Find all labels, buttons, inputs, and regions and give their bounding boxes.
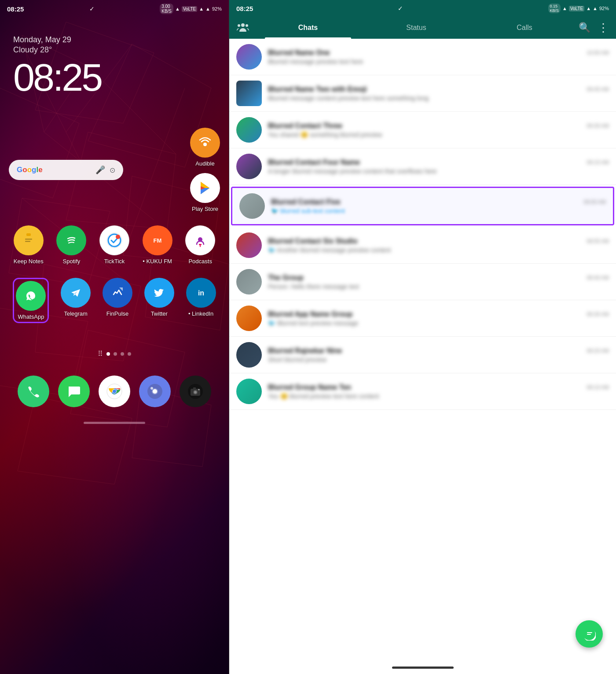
chat-name: Blurred Name One [268, 49, 330, 57]
svg-point-48 [113, 390, 116, 393]
audible-icon [190, 128, 220, 158]
chat-time: 08:30 AM [587, 311, 609, 317]
community-button[interactable] [236, 18, 249, 38]
home-indicator-right [229, 661, 616, 674]
camera-dock-app[interactable] [180, 376, 211, 407]
chrome-dock-app[interactable] [99, 376, 130, 407]
telegram-app[interactable]: Telegram [61, 278, 91, 323]
chat-list: Blurred Name One 10:00 AM Blurred messag… [229, 39, 616, 661]
podcasts-label: Podcasts [188, 258, 212, 265]
chat-item[interactable]: Blurred Contact Four Name 09:15 AM A lon… [229, 148, 616, 185]
chat-avatar [236, 154, 262, 179]
chat-item[interactable]: Blurred App Name Group 08:30 AM 🐦 Blurre… [229, 300, 616, 337]
lens-icon[interactable]: ⊙ [110, 166, 115, 174]
app-grid: Keep Notes Spotify [0, 217, 229, 345]
tick-icon: ✓ [89, 5, 95, 12]
tab-chats[interactable]: Chats [254, 17, 362, 39]
photos-dock-app[interactable] [139, 376, 171, 407]
spotify-app[interactable]: Spotify [56, 225, 86, 265]
clock-display: 08:25 [13, 58, 216, 97]
phone-dock-app[interactable] [18, 376, 49, 407]
twitter-app[interactable]: Twitter [144, 278, 174, 323]
page-dot-2[interactable] [114, 352, 117, 356]
svg-point-56 [194, 391, 197, 394]
keep-notes-icon [14, 225, 44, 255]
whatsapp-app[interactable]: WhatsApp [13, 278, 49, 323]
chat-name: The Group [268, 274, 304, 282]
page-dot-1[interactable] [106, 352, 110, 356]
tab-status[interactable]: Status [362, 17, 470, 39]
whatsapp-tabs: Chats Status Calls [254, 17, 579, 39]
status-bar-right: 08:25 ✓ 0.15KB/S ▲ VoLTE ▲ ▲ 92% [229, 0, 616, 17]
svg-point-58 [198, 389, 200, 390]
chat-item[interactable]: Blurred Rajnekar Nine 08:20 AM Short blu… [229, 337, 616, 373]
svg-rect-24 [24, 235, 33, 246]
chat-item[interactable]: Blurred Contact Six Studio 08:55 AM 🐦 An… [229, 227, 616, 264]
chat-name: Blurred App Name Group [268, 310, 352, 318]
page-dot-4[interactable] [128, 352, 131, 356]
chat-content: Blurred Rajnekar Nine 08:20 AM Short blu… [268, 347, 609, 363]
finpulse-app[interactable]: FinPulse [103, 278, 132, 323]
messages-dock-app[interactable] [58, 376, 90, 407]
battery-indicator: 92% [212, 6, 222, 11]
chat-time: 10:00 AM [587, 50, 609, 56]
svg-rect-25 [26, 233, 31, 236]
playstore-label: Play Store [192, 206, 218, 212]
header-actions: 🔍 ⋮ [579, 21, 609, 35]
mic-icon[interactable]: 🎤 [95, 165, 105, 175]
chat-name: Blurred Contact Five [271, 198, 340, 206]
playstore-app[interactable]: Play Store [190, 173, 220, 212]
whatsapp-screen: 08:25 ✓ 0.15KB/S ▲ VoLTE ▲ ▲ 92% Chats [229, 0, 616, 674]
audible-app[interactable]: Audible [190, 128, 220, 167]
spotify-label: Spotify [63, 258, 81, 265]
chat-item[interactable]: Blurred Name One 10:00 AM Blurred messag… [229, 39, 616, 75]
nav-gesture-bar [84, 422, 145, 424]
chat-content: Blurred Contact Three 09:30 AM You share… [268, 122, 609, 138]
whatsapp-header: Chats Status Calls 🔍 ⋮ [229, 17, 616, 39]
speed-indicator: 3.00KB/S [160, 4, 173, 14]
chat-preview: You shared 😊 something blurred preview [268, 131, 609, 138]
chat-avatar [236, 44, 262, 70]
chat-item[interactable]: The Group 08:40 AM Person: Hello there m… [229, 264, 616, 300]
chat-preview: Blurred message preview text here [268, 58, 609, 65]
wa-speed-indicator: 0.15KB/S [548, 4, 561, 13]
keep-notes-app[interactable]: Keep Notes [14, 225, 44, 265]
apps-row-1: Keep Notes Spotify [7, 225, 222, 265]
svg-point-60 [238, 24, 240, 27]
ticktick-label: TickTick [104, 258, 125, 265]
linkedin-app[interactable]: in • LinkedIn [186, 278, 216, 323]
svg-point-19 [203, 143, 207, 146]
home-screen: 08:25 ✓ 3.00KB/S ▲ VoLTE ▲ ▲ 92% Monday,… [0, 0, 229, 674]
signal-icon-2: ▲ [205, 6, 210, 11]
kukufm-app[interactable]: FM • KUKU FM [143, 225, 172, 265]
search-icon[interactable]: 🔍 [579, 22, 590, 33]
more-options-icon[interactable]: ⋮ [598, 21, 609, 35]
chat-content: The Group 08:40 AM Person: Hello there m… [268, 274, 609, 290]
volte-icon: VoLTE [182, 6, 197, 12]
chat-content: Blurred Name One 10:00 AM Blurred messag… [268, 49, 609, 65]
chat-preview: Short blurred preview [268, 356, 609, 363]
chat-content: Blurred Contact Four Name 09:15 AM A lon… [268, 158, 609, 175]
chat-avatar [236, 232, 262, 258]
page-dot-3[interactable] [121, 352, 124, 356]
chat-preview: Person: Hello there message text [268, 283, 609, 290]
chat-item-highlighted[interactable]: Blurred Contact Five 09:00 AM 🐦 blurred … [231, 187, 614, 225]
telegram-icon [61, 278, 91, 308]
chat-content: Blurred App Name Group 08:30 AM 🐦 Blurre… [268, 310, 609, 327]
google-search-bar[interactable]: Google 🎤 ⊙ [9, 160, 123, 180]
podcasts-app[interactable]: Podcasts [185, 225, 215, 265]
new-chat-fab[interactable] [576, 620, 603, 648]
chat-item[interactable]: Blurred Group Name Ten 08:10 AM You 😊 bl… [229, 373, 616, 410]
chat-item[interactable]: Blurred Contact Three 09:30 AM You share… [229, 112, 616, 148]
chat-preview: You 😊 blurred preview text here content [268, 393, 609, 400]
chat-time: 08:55 AM [587, 238, 609, 244]
wa-battery: 92% [599, 6, 609, 11]
chat-preview: 🐦 Another blurred message preview conten… [268, 247, 609, 254]
chat-item[interactable]: Blurred Name Two with Emoji 09:45 AM Blu… [229, 75, 616, 112]
ticktick-app[interactable]: TickTick [99, 225, 129, 265]
svg-rect-26 [25, 239, 32, 240]
signal-icon-1: ▲ [199, 6, 204, 11]
tab-calls[interactable]: Calls [470, 17, 579, 39]
whatsapp-label: WhatsApp [18, 313, 44, 320]
chat-name: Blurred Contact Six Studio [268, 237, 358, 245]
